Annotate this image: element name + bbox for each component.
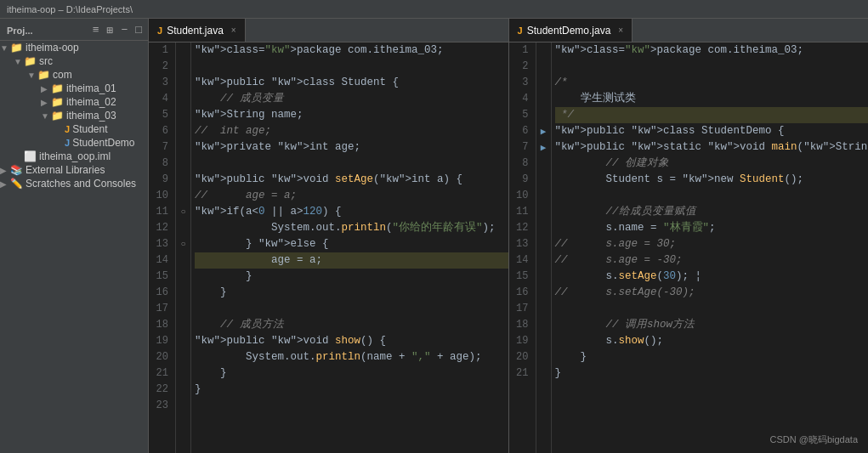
gutter-item — [536, 172, 551, 188]
gutter-item — [176, 398, 190, 414]
line-number: 9 — [152, 172, 168, 188]
line-number: 13 — [152, 236, 168, 252]
tree-arrow: ▶ — [41, 98, 51, 107]
left-tab-icon: J — [157, 25, 162, 36]
right-tab-label: StudentDemo.java — [527, 25, 611, 37]
code-line: // 成员方法 — [195, 317, 508, 333]
tree-label: External Libraries — [26, 164, 105, 176]
left-code-lines[interactable]: "kw">class="kw">package com.itheima_03; … — [191, 42, 508, 453]
gutter-item — [536, 236, 551, 252]
toolbar-btn-2[interactable]: ⊞ — [105, 23, 116, 38]
title-bar: itheima-oop – D:\IdeaProjects\ — [0, 0, 868, 19]
tree-label: itheima_03 — [66, 110, 116, 122]
code-line: // 调用show方法 — [555, 317, 869, 333]
sidebar-item-extlib[interactable]: ▶📚External Libraries — [0, 163, 148, 177]
line-number: 1 — [152, 42, 168, 59]
tree-arrow: ▶ — [41, 84, 51, 93]
tree-label: src — [39, 55, 53, 67]
tree-arrow: ▶ — [0, 166, 10, 175]
line-number: 22 — [152, 382, 168, 398]
sidebar-item-studentdemo[interactable]: JStudentDemo — [0, 136, 148, 150]
gutter-item — [176, 139, 190, 156]
gutter-item — [176, 91, 190, 107]
main-area: Proj... ≡ ⊞ − □ ▼📁itheima-oop▼📁src▼📁com▶… — [0, 19, 868, 453]
sidebar-toolbar: Proj... ≡ ⊞ − □ — [0, 20, 148, 41]
gutter-item — [536, 220, 551, 236]
right-tab[interactable]: J StudentDemo.java × — [509, 19, 633, 42]
gutter-item — [536, 285, 551, 301]
sidebar-item-itheima_01[interactable]: ▶📁itheima_01 — [0, 82, 148, 95]
code-line: } — [555, 365, 869, 382]
left-tab[interactable]: J Student.java × — [149, 19, 246, 42]
code-line: "kw">String name; — [195, 107, 508, 123]
code-line: } "kw">else { — [195, 236, 508, 252]
right-line-numbers: 123456789101112131415161718192021 — [509, 42, 536, 453]
line-number: 21 — [152, 365, 168, 382]
gutter-item — [536, 42, 551, 59]
gutter-item: ○ — [176, 236, 190, 252]
tree-icon: J — [65, 124, 70, 134]
code-line: "kw">public "kw">void setAge("kw">int a)… — [195, 172, 508, 188]
code-line: "kw">public "kw">static "kw">void main("… — [555, 139, 869, 156]
left-tab-close[interactable]: × — [231, 25, 236, 35]
gutter-item — [536, 59, 551, 75]
sidebar-item-com[interactable]: ▼📁com — [0, 68, 148, 82]
sidebar-item-itheima_03[interactable]: ▼📁itheima_03 — [0, 109, 148, 122]
gutter-item — [176, 285, 190, 301]
right-tab-close[interactable]: × — [618, 25, 623, 35]
code-line: // age = a; — [195, 188, 508, 204]
tree-arrow: ▼ — [27, 71, 37, 80]
sidebar: Proj... ≡ ⊞ − □ ▼📁itheima-oop▼📁src▼📁com▶… — [0, 19, 149, 453]
code-line: } — [195, 382, 508, 398]
left-code-scroll[interactable]: 1234567891011121314151617181920212223 ○○… — [149, 42, 508, 453]
gutter-item — [176, 252, 190, 269]
line-number: 4 — [513, 91, 529, 107]
code-line — [195, 59, 508, 75]
toolbar-btn-4[interactable]: □ — [133, 23, 145, 37]
tree-arrow: ▼ — [41, 111, 51, 121]
code-line — [195, 398, 508, 414]
tree-icon: 📁 — [51, 96, 64, 108]
tree-icon: 📁 — [37, 69, 50, 81]
code-line: } — [555, 349, 869, 365]
line-number: 14 — [513, 252, 529, 269]
left-tab-label: Student.java — [167, 25, 224, 37]
code-line: //给成员变量赋值 — [555, 204, 869, 220]
gutter-item — [536, 301, 551, 317]
code-line: // 创建对象 — [555, 156, 869, 172]
right-tab-bar: J StudentDemo.java × — [509, 19, 869, 42]
code-line: "kw">public "kw">void show() { — [195, 333, 508, 349]
line-number: 19 — [152, 333, 168, 349]
sidebar-item-student[interactable]: JStudent — [0, 122, 148, 136]
sidebar-item-itheima_02[interactable]: ▶📁itheima_02 — [0, 95, 148, 109]
sidebar-item-scratches[interactable]: ▶✏️Scratches and Consoles — [0, 177, 148, 190]
toolbar-btn-1[interactable]: ≡ — [90, 23, 102, 37]
line-number: 15 — [152, 269, 168, 285]
code-line — [195, 156, 508, 172]
sidebar-item-src[interactable]: ▼📁src — [0, 54, 148, 68]
right-code-lines[interactable]: "kw">class="kw">package com.itheima_03; … — [552, 42, 869, 453]
gutter-item — [176, 301, 190, 317]
gutter-item — [176, 59, 190, 75]
line-number: 17 — [152, 301, 168, 317]
tree-label: itheima_01 — [66, 82, 116, 94]
gutter-item — [536, 269, 551, 285]
right-code-scroll[interactable]: 123456789101112131415161718192021 ▶▶ "kw… — [509, 42, 869, 453]
sidebar-item-root[interactable]: ▼📁itheima-oop — [0, 41, 148, 54]
code-line: s.setAge(30); ¦ — [555, 269, 869, 285]
gutter-item — [176, 220, 190, 236]
code-line — [555, 59, 869, 75]
gutter-item — [176, 172, 190, 188]
line-number: 8 — [513, 156, 529, 172]
line-number: 11 — [513, 204, 529, 220]
code-line: System.out.println(name + "," + age); — [195, 349, 508, 365]
sidebar-item-iml[interactable]: ⬜itheima_oop.iml — [0, 150, 148, 163]
toolbar-btn-3[interactable]: − — [118, 23, 130, 37]
code-area: J Student.java × 12345678910111213141516… — [149, 19, 868, 453]
line-number: 14 — [152, 252, 168, 269]
code-line: /* — [555, 75, 869, 91]
tree-label: itheima_oop.iml — [39, 150, 111, 162]
line-number: 2 — [152, 59, 168, 75]
tree-icon: ✏️ — [10, 178, 23, 190]
line-number: 23 — [152, 398, 168, 414]
